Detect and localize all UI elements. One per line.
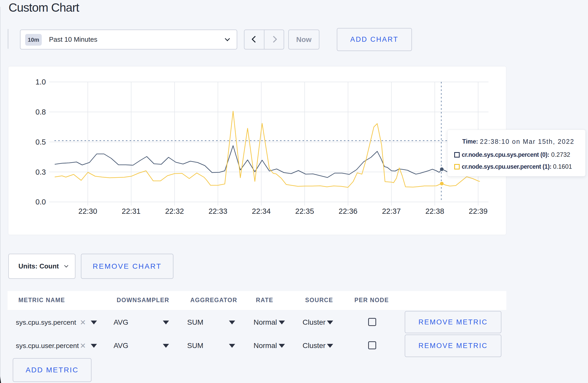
svg-text:0.0: 0.0 — [36, 198, 46, 206]
svg-text:0.8: 0.8 — [36, 108, 46, 116]
svg-text:22:38: 22:38 — [425, 207, 444, 215]
svg-text:22:33: 22:33 — [208, 207, 227, 215]
svg-text:22:30: 22:30 — [78, 207, 97, 215]
svg-text:22:32: 22:32 — [165, 207, 184, 215]
svg-text:22:37: 22:37 — [382, 207, 401, 215]
svg-text:22:36: 22:36 — [339, 207, 358, 215]
svg-text:22:31: 22:31 — [122, 207, 141, 215]
svg-text:0.3: 0.3 — [36, 168, 46, 176]
svg-text:0.5: 0.5 — [36, 138, 46, 146]
svg-text:1.0: 1.0 — [36, 78, 46, 86]
svg-text:22:39: 22:39 — [469, 207, 488, 215]
svg-text:22:35: 22:35 — [295, 207, 314, 215]
svg-text:22:34: 22:34 — [252, 207, 271, 215]
